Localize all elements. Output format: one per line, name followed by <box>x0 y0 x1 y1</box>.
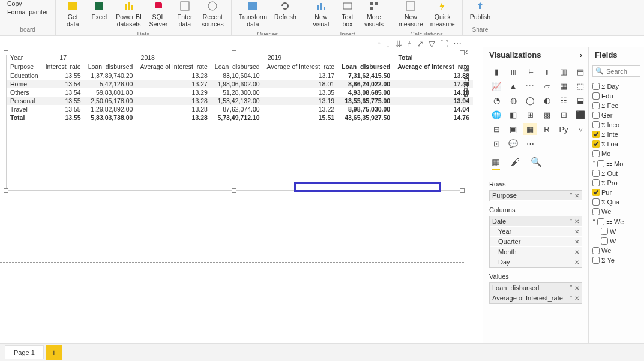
excel-button[interactable]: Excel <box>86 0 112 30</box>
format-painter-button[interactable]: Format painter <box>7 8 48 16</box>
field-item[interactable]: We <box>590 246 643 255</box>
viz-type-icon[interactable]: ◧ <box>506 109 520 121</box>
page-tab[interactable]: Page 1 <box>5 345 44 359</box>
analytics-tab-icon[interactable]: 🔍 <box>531 157 542 170</box>
new-visual-button[interactable]: New visual <box>308 0 334 30</box>
copy-button[interactable]: Copy <box>7 0 48 7</box>
recent-sources-button[interactable]: Recent sources <box>198 0 227 30</box>
values-well-item[interactable]: Average of Interest_rate˅ ✕ <box>490 293 582 303</box>
filter-icon[interactable]: ▽ <box>429 39 435 49</box>
table-row[interactable]: Travel13.551,29,82,892.0013.2887,62,074.… <box>7 105 473 113</box>
quick-measure-button[interactable]: Quick measure <box>427 0 459 30</box>
expand-level-icon[interactable]: ⑃ <box>407 39 412 49</box>
expand-filters-icon[interactable]: ‹ <box>462 47 471 56</box>
resize-handle[interactable] <box>232 50 236 55</box>
viz-type-icon[interactable]: ◯ <box>523 94 537 106</box>
table-row[interactable]: Personal13.552,50,05,178.0013.281,53,42,… <box>7 97 473 105</box>
collapse-viz-icon[interactable]: › <box>580 50 582 59</box>
focus-mode-icon[interactable]: ⛶ <box>440 39 448 49</box>
viz-type-icon[interactable]: ⫿ <box>540 65 554 77</box>
viz-type-icon[interactable]: ▥ <box>556 65 571 77</box>
field-item[interactable]: ΣInco <box>590 120 643 130</box>
viz-type-icon[interactable]: ◐ <box>540 94 554 106</box>
field-item[interactable]: ΣQua <box>590 197 643 207</box>
viz-type-icon[interactable]: ⊡ <box>556 109 571 121</box>
viz-type-icon[interactable]: R <box>540 123 554 135</box>
viz-type-icon[interactable]: ☷ <box>556 94 571 106</box>
viz-type-icon[interactable]: ⬚ <box>573 80 588 92</box>
viz-type-icon[interactable]: ▿ <box>573 123 588 135</box>
field-item[interactable]: ΣPro <box>590 178 643 188</box>
more-visuals-button[interactable]: More visuals <box>361 0 387 30</box>
viz-type-icon[interactable]: ▦ <box>556 80 571 92</box>
year-col[interactable]: 17 <box>42 53 85 62</box>
field-item[interactable]: ˄☷We <box>590 216 643 227</box>
field-item[interactable]: ΣDay <box>590 82 643 91</box>
field-item[interactable]: Pur <box>590 188 643 197</box>
field-item[interactable]: ΣInte <box>590 130 643 139</box>
field-item[interactable]: Ger <box>590 110 643 120</box>
matrix-visual[interactable]: ↑ ↓ ⇊ ⑃ ⤢ ▽ ⛶ ⋯ Year 17 2018 2019 Total <box>6 53 462 191</box>
field-item[interactable]: ˅☷Mo <box>590 158 643 169</box>
field-item[interactable]: ΣYe <box>590 255 643 265</box>
add-page-button[interactable]: + <box>46 345 62 360</box>
transform-data-button[interactable]: Transform data <box>235 0 271 30</box>
values-well-item[interactable]: Loan_disbursed˅ ✕ <box>490 283 582 293</box>
get-data-button[interactable]: Get data <box>59 0 86 30</box>
viz-type-icon[interactable]: ⬛ <box>573 109 588 121</box>
field-item[interactable]: ΣLoa <box>590 139 643 149</box>
scroll-highlight[interactable] <box>294 182 441 192</box>
viz-type-icon[interactable]: ⋯ <box>523 137 537 149</box>
more-options-icon[interactable]: ⋯ <box>453 39 462 49</box>
viz-type-icon[interactable]: ▱ <box>540 80 554 92</box>
columns-well-sub[interactable]: Day✕ <box>490 257 582 267</box>
viz-type-icon[interactable]: ▦ <box>523 123 537 135</box>
field-item[interactable]: W <box>590 227 643 236</box>
viz-type-icon[interactable]: ⊫ <box>523 65 537 77</box>
drill-down-icon[interactable]: ↓ <box>386 39 390 49</box>
rows-well-item[interactable]: Purpose˅ ✕ <box>490 191 582 201</box>
viz-type-icon[interactable]: ⊞ <box>523 109 537 121</box>
columns-well-item[interactable]: Date˅ ✕ <box>490 216 582 227</box>
drill-up-icon[interactable]: ↑ <box>377 39 381 49</box>
columns-well-sub[interactable]: Month✕ <box>490 247 582 257</box>
viz-type-icon[interactable]: ⊟ <box>489 123 504 135</box>
field-item[interactable]: Edu <box>590 91 643 101</box>
fields-tab-icon[interactable]: ▦ <box>492 157 500 170</box>
viz-type-icon[interactable]: ▮ <box>489 65 504 77</box>
viz-type-icon[interactable]: Py <box>556 123 571 135</box>
columns-well[interactable]: Date˅ ✕ Year✕ Quarter✕ Month✕ Day✕ <box>489 216 582 268</box>
viz-type-icon[interactable]: ⬓ <box>573 94 588 106</box>
resize-handle[interactable] <box>4 188 8 193</box>
sql-server-button[interactable]: SQL Server <box>145 0 172 30</box>
year-col[interactable]: 2019 <box>211 53 338 62</box>
new-measure-button[interactable]: New measure <box>395 0 427 30</box>
viz-type-icon[interactable]: ◍ <box>506 94 520 106</box>
fields-search-input[interactable] <box>606 68 640 75</box>
table-row[interactable]: Others13.5459,83,801.8013.2951,28,300.00… <box>7 88 473 97</box>
table-row[interactable]: Education13.551,37,89,740.2013.2883,10,6… <box>7 71 473 80</box>
field-item[interactable]: ΣFee <box>590 101 643 110</box>
viz-type-icon[interactable]: 💬 <box>506 137 520 149</box>
values-well[interactable]: Loan_disbursed˅ ✕ Average of Interest_ra… <box>489 282 582 304</box>
columns-well-sub[interactable]: Year✕ <box>490 227 582 237</box>
expand-all-icon[interactable]: ⇊ <box>395 39 402 49</box>
field-item[interactable]: Mo <box>590 149 643 158</box>
fields-search[interactable]: 🔍 <box>592 65 640 77</box>
viz-type-icon[interactable]: ⊡ <box>489 137 504 149</box>
enter-data-button[interactable]: Enter data <box>172 0 198 30</box>
viz-type-icon[interactable]: ▣ <box>506 123 520 135</box>
year-col[interactable]: 2018 <box>85 53 211 62</box>
text-box-button[interactable]: Text box <box>334 0 361 30</box>
columns-well-sub[interactable]: Quarter✕ <box>490 237 582 247</box>
viz-type-icon[interactable]: ▩ <box>540 109 554 121</box>
rows-well[interactable]: Purpose˅ ✕ <box>489 190 582 201</box>
resize-handle[interactable] <box>460 188 465 193</box>
format-tab-icon[interactable]: 🖌 <box>511 157 520 170</box>
refresh-button[interactable]: Refresh <box>271 0 300 30</box>
pbi-datasets-button[interactable]: Power BI datasets <box>112 0 145 30</box>
viz-type-icon[interactable]: 🌐 <box>489 109 504 121</box>
field-item[interactable]: W <box>590 236 643 246</box>
filters-icon[interactable]: ◪ <box>463 65 469 73</box>
field-item[interactable]: ΣOut <box>590 169 643 178</box>
